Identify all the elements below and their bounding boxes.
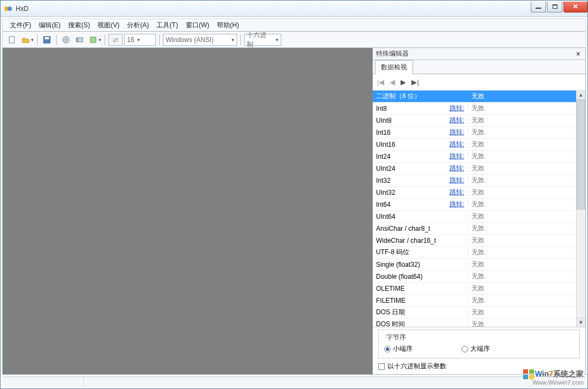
new-file-button[interactable] — [6, 34, 18, 46]
open-disk-button[interactable] — [60, 34, 72, 46]
value-cell: 无效 — [468, 152, 576, 161]
offset-base-combo[interactable]: ⇄ — [108, 34, 123, 46]
type-name: WideChar / char16_t — [376, 237, 436, 244]
type-name: UInt8 — [376, 117, 392, 124]
scroll-track[interactable] — [577, 210, 585, 318]
nav-next-icon[interactable]: ▶ — [401, 78, 406, 86]
type-name: DOS 时间 — [376, 320, 405, 327]
menu-edit[interactable]: 编辑(E) — [35, 19, 64, 32]
save-button[interactable] — [41, 34, 53, 46]
table-row[interactable]: WideChar / char16_t无效 — [373, 235, 576, 247]
menu-file[interactable]: 文件(F) — [6, 19, 35, 32]
type-name: UTF-8 码位 — [376, 248, 409, 257]
menu-window[interactable]: 窗口(W) — [182, 19, 213, 32]
jump-link[interactable]: 跳转: — [450, 140, 464, 149]
open-file-button[interactable] — [20, 34, 32, 46]
value-cell: 无效 — [468, 176, 576, 185]
table-row[interactable]: UInt64无效 — [373, 211, 576, 223]
jump-link[interactable]: 跳转: — [450, 164, 464, 173]
table-row[interactable]: UInt16跳转:无效 — [373, 139, 576, 151]
nav-prev-icon[interactable]: ◀ — [390, 78, 395, 86]
panel-tabstrip: 数据检视 — [373, 60, 585, 74]
jump-link[interactable]: 跳转: — [450, 176, 464, 185]
value-cell: 无效 — [468, 212, 576, 221]
table-row[interactable]: UTF-8 码位无效 — [373, 247, 576, 259]
value-cell: 无效 — [468, 92, 576, 101]
table-row[interactable]: DOS 时间无效 — [373, 319, 576, 327]
type-name: AnsiChar / char8_t — [376, 225, 430, 232]
minimize-button[interactable] — [531, 2, 546, 13]
type-name: Single (float32) — [376, 261, 420, 268]
panel-close-button[interactable]: × — [574, 50, 582, 58]
scroll-thumb[interactable] — [577, 100, 585, 210]
panel-header: 特殊编辑器 × — [373, 48, 585, 60]
radio-big-endian[interactable]: 大端序 — [462, 344, 490, 354]
value-cell: 无效 — [468, 308, 576, 317]
data-inspector-table-wrap: 二进制（8 位）无效Int8跳转:无效UInt8跳转:无效Int16跳转:无效U… — [373, 91, 585, 327]
table-row[interactable]: Int32跳转:无效 — [373, 175, 576, 187]
byte-order-legend: 字节序 — [384, 333, 408, 342]
table-row[interactable]: Single (float32)无效 — [373, 259, 576, 271]
main-area: 特殊编辑器 × 数据检视 |◀ ◀ ▶ ▶| 二进制（8 位）无效Int8跳转:… — [2, 48, 586, 375]
menu-help[interactable]: 帮助(H) — [213, 19, 243, 32]
panel-title: 特殊编辑器 — [376, 49, 574, 58]
jump-link[interactable]: 跳转: — [450, 152, 464, 161]
app-window: HxD ✕ 文件(F) 编辑(E) 搜索(S) 视图(V) 分析(A) 工具(T… — [0, 0, 588, 389]
open-ram-button[interactable] — [74, 34, 86, 46]
value-cell: 无效 — [468, 248, 576, 257]
table-row[interactable]: Int64跳转:无效 — [373, 199, 576, 211]
hex-editor-area[interactable] — [3, 48, 373, 374]
byte-order-fieldset: 字节序 小端序 大端序 — [378, 330, 580, 358]
bottom-options: 字节序 小端序 大端序 以十六进制显示整数 — [373, 327, 585, 374]
window-controls: ✕ — [530, 2, 587, 13]
type-name: UInt64 — [376, 213, 395, 220]
jump-link[interactable]: 跳转: — [450, 104, 464, 113]
tab-data-inspector[interactable]: 数据检视 — [375, 60, 413, 74]
nav-last-icon[interactable]: ▶| — [411, 78, 419, 86]
toolbar-separator — [37, 34, 38, 45]
charset-combo[interactable]: Windows (ANSI)▾ — [163, 34, 237, 46]
menu-view[interactable]: 视图(V) — [94, 19, 123, 32]
jump-link[interactable]: 跳转: — [450, 116, 464, 125]
jump-link[interactable]: 跳转: — [450, 188, 464, 197]
table-row[interactable]: Int8跳转:无效 — [373, 103, 576, 115]
table-row[interactable]: FILETIME无效 — [373, 295, 576, 307]
type-name: Int64 — [376, 201, 391, 208]
table-row[interactable]: UInt32跳转:无效 — [373, 187, 576, 199]
radio-big-label: 大端序 — [470, 344, 490, 354]
jump-link[interactable]: 跳转: — [450, 200, 464, 209]
open-process-button[interactable] — [87, 34, 99, 46]
titlebar: HxD ✕ — [1, 1, 587, 17]
status-cell — [2, 377, 84, 387]
maximize-button[interactable] — [547, 2, 562, 13]
radio-little-label: 小端序 — [393, 344, 413, 354]
close-button[interactable]: ✕ — [563, 2, 587, 13]
menu-search[interactable]: 搜索(S) — [64, 19, 94, 32]
nav-first-icon[interactable]: |◀ — [377, 78, 384, 86]
scroll-down-icon[interactable]: ▼ — [577, 318, 585, 327]
table-row[interactable]: DOS 日期无效 — [373, 307, 576, 319]
nav-row: |◀ ◀ ▶ ▶| — [373, 74, 585, 91]
radio-little-endian[interactable]: 小端序 — [384, 344, 413, 354]
type-name: Int32 — [376, 177, 391, 184]
table-row[interactable]: OLETIME无效 — [373, 283, 576, 295]
table-row[interactable]: Double (float64)无效 — [373, 271, 576, 283]
table-row[interactable]: Int16跳转:无效 — [373, 127, 576, 139]
table-row[interactable]: AnsiChar / char8_t无效 — [373, 223, 576, 235]
vertical-scrollbar[interactable]: ▲ ▼ — [576, 91, 585, 327]
menu-tools[interactable]: 工具(T) — [153, 19, 181, 32]
value-cell: 无效 — [468, 116, 576, 125]
type-name: UInt24 — [376, 165, 395, 172]
table-row[interactable]: UInt24跳转:无效 — [373, 163, 576, 175]
value-cell: 无效 — [468, 236, 576, 245]
table-row[interactable]: 二进制（8 位）无效 — [373, 91, 576, 103]
bytes-per-row-combo[interactable]: 16▾ — [124, 34, 156, 46]
menu-analyze[interactable]: 分析(A) — [123, 19, 153, 32]
hex-display-checkbox[interactable]: 以十六进制显示整数 — [378, 362, 580, 371]
toolbar: ▾ ▾ ⇄ 16▾ Windows (ANSI)▾ 十六进制▾ — [2, 32, 586, 48]
jump-link[interactable]: 跳转: — [450, 128, 464, 137]
table-row[interactable]: Int24跳转:无效 — [373, 151, 576, 163]
table-row[interactable]: UInt8跳转:无效 — [373, 115, 576, 127]
scroll-up-icon[interactable]: ▲ — [577, 91, 585, 100]
numeral-base-combo[interactable]: 十六进制▾ — [244, 34, 281, 46]
